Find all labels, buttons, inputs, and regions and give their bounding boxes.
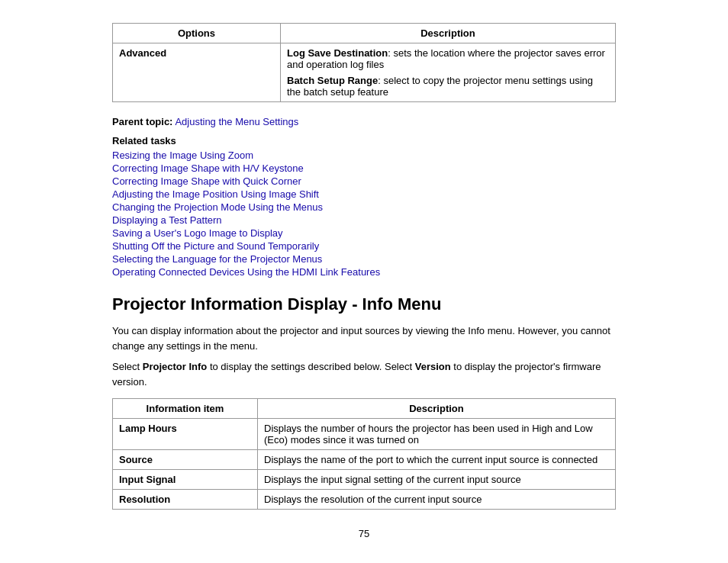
related-link-6[interactable]: Saving a User's Logo Image to Display [112, 227, 616, 239]
log-save-label: Log Save Destination [287, 47, 388, 59]
top-table-header-description: Description [281, 24, 616, 43]
info-item-source: Source [113, 450, 258, 470]
related-tasks-section: Related tasks Resizing the Image Using Z… [112, 135, 616, 278]
info-item-resolution: Resolution [113, 490, 258, 510]
parent-topic-label: Parent topic: [112, 116, 172, 127]
para2-prefix: Select [112, 361, 143, 372]
parent-topic-link[interactable]: Adjusting the Menu Settings [175, 116, 298, 127]
related-tasks-label: Related tasks [112, 135, 616, 146]
related-link-2[interactable]: Correcting Image Shape with Quick Corner [112, 175, 616, 187]
table-row: Lamp Hours Displays the number of hours … [113, 419, 616, 450]
batch-setup-label: Batch Setup Range [287, 75, 378, 86]
info-table: Information item Description Lamp Hours … [112, 398, 616, 510]
para2-mid: to display the settings described below.… [207, 361, 414, 372]
para2-bold2: Version [415, 361, 451, 372]
info-table-header-item: Information item [113, 399, 258, 419]
table-row: Source Displays the name of the port to … [113, 450, 616, 470]
table-row: Input Signal Displays the input signal s… [113, 470, 616, 490]
top-options-table: Options Description Advanced Log Save De… [112, 23, 616, 102]
info-desc-source: Displays the name of the port to which t… [258, 450, 616, 470]
section-para1: You can display information about the pr… [112, 323, 616, 353]
para2-bold1: Projector Info [143, 361, 208, 372]
section-heading: Projector Information Display - Info Men… [112, 294, 616, 314]
section-para2: Select Projector Info to display the set… [112, 359, 616, 389]
related-links-list: Resizing the Image Using Zoom Correcting… [112, 150, 616, 278]
related-link-8[interactable]: Selecting the Language for the Projector… [112, 253, 616, 265]
related-link-5[interactable]: Displaying a Test Pattern [112, 214, 616, 226]
info-desc-input-signal: Displays the input signal setting of the… [258, 470, 616, 490]
info-table-header-description: Description [258, 399, 616, 419]
top-table-option-advanced: Advanced [113, 43, 281, 102]
related-link-9[interactable]: Operating Connected Devices Using the HD… [112, 266, 616, 278]
related-link-7[interactable]: Shutting Off the Picture and Sound Tempo… [112, 240, 616, 252]
table-row: Resolution Displays the resolution of th… [113, 490, 616, 510]
info-desc-lamp-hours: Displays the number of hours the project… [258, 419, 616, 450]
related-link-0[interactable]: Resizing the Image Using Zoom [112, 150, 616, 161]
info-item-lamp-hours: Lamp Hours [113, 419, 258, 450]
parent-topic-line: Parent topic: Adjusting the Menu Setting… [112, 116, 616, 127]
content-area: Parent topic: Adjusting the Menu Setting… [112, 116, 616, 510]
top-table-description-advanced: Log Save Destination: sets the location … [281, 43, 616, 102]
related-link-3[interactable]: Adjusting the Image Position Using Image… [112, 188, 616, 200]
page-number: 75 [31, 528, 697, 539]
related-link-1[interactable]: Correcting Image Shape with H/V Keystone [112, 162, 616, 174]
info-desc-resolution: Displays the resolution of the current i… [258, 490, 616, 510]
top-table-header-options: Options [113, 24, 281, 43]
batch-setup-description: Batch Setup Range: select to copy the pr… [287, 75, 609, 98]
info-item-input-signal: Input Signal [113, 470, 258, 490]
related-link-4[interactable]: Changing the Projection Mode Using the M… [112, 201, 616, 213]
log-save-description: Log Save Destination: sets the location … [287, 47, 609, 70]
